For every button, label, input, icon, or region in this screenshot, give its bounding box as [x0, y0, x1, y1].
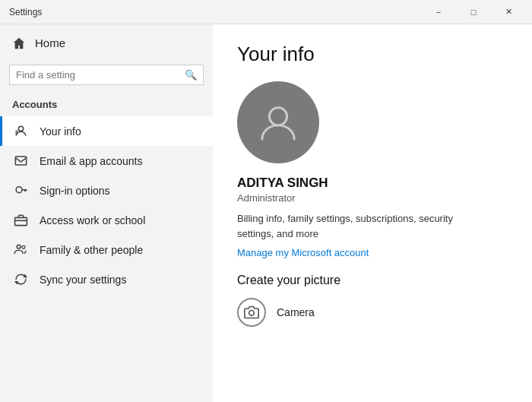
sidebar-item-label: Sign-in options [40, 185, 110, 197]
search-box[interactable]: 🔍 [9, 65, 204, 85]
svg-point-4 [16, 187, 22, 193]
sidebar-item-email[interactable]: Email & app accounts [0, 146, 213, 176]
svg-point-11 [249, 311, 255, 316]
sidebar-item-label: Sync your settings [40, 274, 126, 286]
sidebar-item-family[interactable]: Family & other people [0, 235, 213, 264]
sidebar-item-label: Family & other people [40, 244, 143, 256]
svg-point-8 [17, 245, 21, 248]
sidebar-item-home[interactable]: Home [0, 24, 213, 62]
search-input[interactable] [16, 69, 180, 81]
billing-info: Billing info, family settings, subscript… [237, 211, 480, 241]
sidebar: Home 🔍 Accounts Your info [0, 24, 213, 402]
svg-rect-3 [15, 157, 26, 165]
camera-icon [237, 298, 266, 327]
key-icon [12, 183, 29, 198]
main-content: Your info ADITYA SINGH Administrator Bil… [213, 24, 532, 402]
camera-item[interactable]: Camera [237, 298, 508, 327]
user-role: Administrator [237, 192, 508, 204]
svg-point-9 [22, 245, 25, 248]
avatar [237, 81, 319, 163]
svg-rect-6 [14, 217, 27, 225]
home-icon [12, 35, 26, 51]
sidebar-item-signin[interactable]: Sign-in options [0, 176, 213, 205]
manage-account-link[interactable]: Manage my Microsoft account [237, 247, 369, 258]
search-icon: 🔍 [185, 69, 197, 81]
people-icon [12, 242, 29, 257]
create-picture-title: Create your picture [237, 274, 508, 287]
email-icon [12, 154, 29, 168]
svg-point-0 [18, 126, 23, 131]
briefcase-icon [12, 213, 29, 227]
sidebar-section-title: Accounts [0, 94, 213, 116]
minimize-button[interactable]: − [421, 0, 456, 24]
maximize-button[interactable]: □ [456, 0, 491, 24]
app-title: Settings [9, 7, 42, 17]
close-button[interactable]: ✕ [491, 0, 526, 24]
sidebar-item-label: Your info [40, 125, 81, 138]
sidebar-item-label: Email & app accounts [40, 155, 142, 167]
person-icon [12, 124, 29, 138]
sidebar-item-label: Access work or school [40, 214, 145, 226]
camera-label: Camera [277, 306, 315, 318]
window-controls: − □ ✕ [421, 0, 526, 24]
home-label: Home [35, 36, 65, 49]
svg-point-10 [269, 108, 287, 125]
sidebar-item-your-info[interactable]: Your info [0, 116, 213, 146]
sync-icon [12, 272, 29, 286]
sidebar-item-work-school[interactable]: Access work or school [0, 205, 213, 235]
user-name: ADITYA SINGH [237, 176, 508, 191]
sidebar-item-sync[interactable]: Sync your settings [0, 264, 213, 294]
page-title: Your info [237, 43, 508, 66]
title-bar: Settings − □ ✕ [0, 0, 532, 24]
avatar-icon [256, 100, 300, 144]
app-body: Home 🔍 Accounts Your info [0, 24, 532, 402]
